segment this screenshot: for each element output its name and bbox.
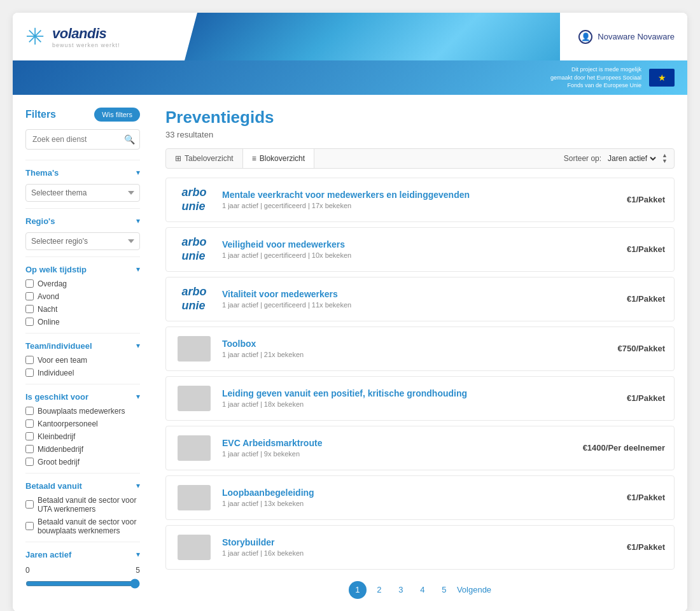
result-item[interactable]: Leiding geven vanuit een positief, kriti… xyxy=(165,376,675,421)
eu-banner: Dit project is mede mogelijk gemaakt doo… xyxy=(13,60,687,95)
result-meta: 1 jaar actief | 9x bekeken xyxy=(222,450,574,458)
filter-select-regios[interactable]: Selecteer regio's xyxy=(25,232,140,250)
checkbox-input[interactable] xyxy=(25,445,34,453)
result-info: Storybuilder 1 jaar actief | 16x bekeken xyxy=(222,537,599,557)
filter-title-betaald_vanuit: Betaald vanuit xyxy=(25,481,82,491)
filter-header-tijdstip[interactable]: Op welk tijdstip▾ xyxy=(25,263,140,276)
filter-section-geschikt_voor: Is geschikt voor▾Bouwplaats medewerkersK… xyxy=(25,384,140,473)
result-item[interactable]: Toolbox 1 jaar actief | 21x bekeken €750… xyxy=(165,327,675,371)
next-page-button[interactable]: Volgende xyxy=(457,585,491,594)
checkbox-item[interactable]: Bouwplaats medewerkers xyxy=(25,407,140,416)
result-name: Vitaliteit voor medewerkers xyxy=(222,289,599,299)
checkbox-input[interactable] xyxy=(25,356,34,364)
header-right: 👤 Novaware Novaware xyxy=(578,30,675,44)
result-meta: 1 jaar actief | gecertificeerd | 11x bek… xyxy=(222,301,599,309)
user-icon: 👤 xyxy=(578,30,592,44)
chevron-icon-jaren_actief: ▾ xyxy=(136,550,140,559)
checkbox-item[interactable]: Kantoorpersoneel xyxy=(25,419,140,428)
result-info: Veiligheid voor medewerkers 1 jaar actie… xyxy=(222,239,599,259)
logo-area: ✳ volandis bewust werken werkt! xyxy=(25,24,120,50)
checkbox-item[interactable]: Online xyxy=(25,318,140,327)
checkbox-input[interactable] xyxy=(25,292,34,300)
checkbox-input[interactable] xyxy=(25,458,34,466)
sort-arrows-icon: ▲▼ xyxy=(662,153,668,164)
arbo-logo: arbounie xyxy=(175,285,213,313)
checkbox-input[interactable] xyxy=(25,419,34,428)
result-meta: 1 jaar actief | 21x bekeken xyxy=(222,351,599,358)
checkbox-input[interactable] xyxy=(25,522,34,530)
page-button-5[interactable]: 5 xyxy=(435,581,453,599)
result-name: Leiding geven vanuit een positief, kriti… xyxy=(222,388,599,398)
result-name: EVC Arbeidsmarktroute xyxy=(222,438,574,448)
chevron-icon-regios: ▾ xyxy=(136,216,140,225)
checkbox-item[interactable]: Middenbedrijf xyxy=(25,445,140,454)
result-item[interactable]: arbounie Veiligheid voor medewerkers 1 j… xyxy=(165,227,675,272)
chevron-icon-betaald_vanuit: ▾ xyxy=(136,481,140,490)
logo-subtitle: bewust werken werkt! xyxy=(52,42,120,48)
page-button-4[interactable]: 4 xyxy=(414,581,431,599)
filter-header-regios[interactable]: Regio's▾ xyxy=(25,215,140,227)
checkbox-item[interactable]: Overdag xyxy=(25,279,140,288)
sort-label: Sorteer op: xyxy=(564,154,601,163)
filter-title-themas: Thema's xyxy=(25,168,59,178)
page-button-2[interactable]: 2 xyxy=(370,581,388,599)
checkbox-input[interactable] xyxy=(25,318,34,326)
result-item[interactable]: Storybuilder 1 jaar actief | 16x bekeken… xyxy=(165,525,675,570)
filter-title-jaren_actief: Jaren actief xyxy=(25,550,71,559)
sort-select[interactable]: Jaren actief xyxy=(605,153,658,164)
checkbox-item[interactable]: Avond xyxy=(25,292,140,301)
checkbox-input[interactable] xyxy=(25,500,34,509)
result-name: Toolbox xyxy=(222,339,599,349)
checkbox-item[interactable]: Groot bedrijf xyxy=(25,458,140,467)
block-view-button[interactable]: ≡ Blokoverzicht xyxy=(243,149,314,168)
result-price: €1400/Per deelnemer xyxy=(583,443,665,453)
filter-header-jaren_actief[interactable]: Jaren actief▾ xyxy=(25,549,140,561)
filter-title-team_individueel: Team/individueel xyxy=(25,341,92,351)
range-slider-jaren_actief[interactable] xyxy=(25,579,140,589)
logo-text-block: volandis bewust werken werkt! xyxy=(52,25,120,48)
block-view-label: Blokoverzicht xyxy=(260,154,305,163)
filter-header-betaald_vanuit[interactable]: Betaald vanuit▾ xyxy=(25,480,140,492)
filter-header-team_individueel[interactable]: Team/individueel▾ xyxy=(25,340,140,352)
header-banner xyxy=(185,13,560,60)
result-name: Veiligheid voor medewerkers xyxy=(222,239,599,249)
filter-header-themas[interactable]: Thema's▾ xyxy=(25,167,140,179)
main-content: Preventiegids 33 resultaten ⊞ Tabeloverz… xyxy=(153,108,675,599)
filter-select-themas[interactable]: Selecteer thema xyxy=(25,184,140,202)
result-item[interactable]: EVC Arbeidsmarktroute 1 jaar actief | 9x… xyxy=(165,426,675,470)
gray-logo xyxy=(175,484,213,512)
checkbox-label: Nacht xyxy=(38,305,57,314)
checkbox-input[interactable] xyxy=(25,305,34,313)
filter-title-geschikt_voor: Is geschikt voor xyxy=(25,392,88,402)
checkbox-item[interactable]: Nacht xyxy=(25,305,140,314)
checkbox-label: Bouwplaats medewerkers xyxy=(38,407,125,416)
checkbox-input[interactable] xyxy=(25,279,34,288)
checkbox-item[interactable]: Voor een team xyxy=(25,356,140,365)
filter-header-geschikt_voor[interactable]: Is geschikt voor▾ xyxy=(25,391,140,403)
result-item[interactable]: Loopbaanbegeleiding 1 jaar actief | 13x … xyxy=(165,475,675,520)
result-item[interactable]: arbounie Mentale veerkracht voor medewer… xyxy=(165,178,675,222)
gray-logo xyxy=(175,533,213,561)
checkbox-label: Voor een team xyxy=(38,356,87,365)
result-item[interactable]: arbounie Vitaliteit voor medewerkers 1 j… xyxy=(165,277,675,321)
sort-area: Sorteer op: Jaren actief ▲▼ xyxy=(557,150,674,167)
wis-filters-button[interactable]: Wis filters xyxy=(94,108,140,122)
table-icon: ⊞ xyxy=(175,154,181,163)
table-view-button[interactable]: ⊞ Tabeloverzicht xyxy=(166,149,243,168)
page-button-3[interactable]: 3 xyxy=(392,581,410,599)
checkbox-input[interactable] xyxy=(25,432,34,440)
checkbox-input[interactable] xyxy=(25,407,34,415)
checkbox-item[interactable]: Kleinbedrijf xyxy=(25,432,140,441)
page-button-1[interactable]: 1 xyxy=(349,581,367,599)
filter-section-themas: Thema's▾Selecteer thema xyxy=(25,160,140,208)
eu-text: Dit project is mede mogelijk gemaakt doo… xyxy=(550,66,641,90)
search-input[interactable] xyxy=(25,129,140,150)
checkbox-item[interactable]: Betaald vanuit de sector voor UTA werkne… xyxy=(25,496,140,514)
sidebar: Filters Wis filters 🔍 Thema's▾Selecteer … xyxy=(25,108,153,599)
checkbox-item[interactable]: Individueel xyxy=(25,369,140,377)
checkbox-item[interactable]: Betaald vanuit de sector voor bouwplaats… xyxy=(25,517,140,535)
logo-snowflake-icon: ✳ xyxy=(25,24,45,50)
gray-logo xyxy=(175,434,213,462)
checkbox-input[interactable] xyxy=(25,369,34,377)
chevron-icon-team_individueel: ▾ xyxy=(136,341,140,350)
